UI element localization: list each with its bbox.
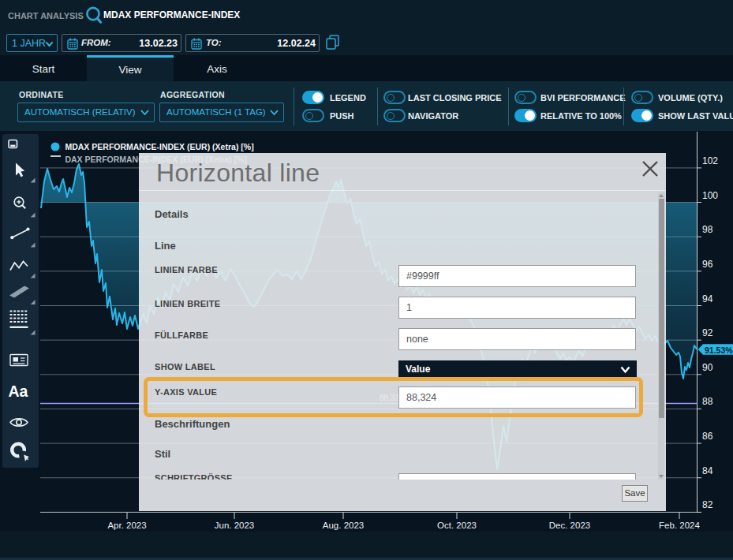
svg-text:96: 96 [702,259,713,270]
svg-text:Dec. 2023: Dec. 2023 [549,521,590,530]
svg-text:88: 88 [702,396,713,407]
svg-text:Aug. 2023: Aug. 2023 [323,521,364,530]
svg-text:Jun. 2023: Jun. 2023 [215,521,255,530]
svg-text:91.53%: 91.53% [705,345,733,355]
svg-text:82: 82 [702,499,713,510]
svg-text:100: 100 [702,190,718,201]
svg-text:92: 92 [702,327,713,338]
svg-text:86: 86 [702,431,713,442]
svg-text:102: 102 [702,155,718,166]
svg-text:Feb. 2024: Feb. 2024 [659,521,700,530]
svg-text:98: 98 [702,224,713,235]
svg-text:Apr. 2023: Apr. 2023 [107,521,146,530]
svg-text:84: 84 [702,465,713,476]
svg-text:90: 90 [702,362,713,373]
svg-text:Oct. 2023: Oct. 2023 [437,521,477,530]
svg-text:94: 94 [702,293,713,304]
